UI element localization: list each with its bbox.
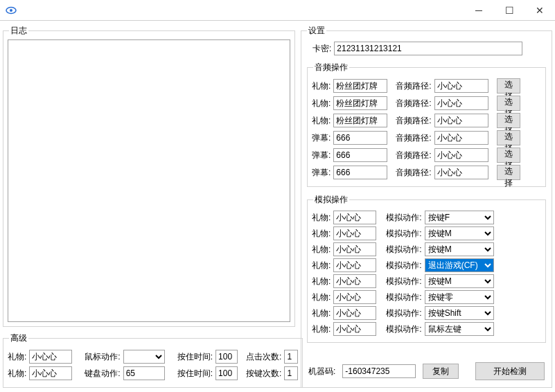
sim-row-label-1: 礼物: (312, 308, 331, 319)
audio-row-label-1: 礼物: (312, 80, 331, 92)
settings-legend: 设置 (307, 25, 326, 37)
sim-row-label-1: 礼物: (312, 244, 331, 256)
adv-clicks-input[interactable] (284, 350, 298, 364)
machine-label: 机器码: (308, 366, 335, 377)
sim-action-select[interactable]: 按键M (425, 274, 494, 288)
sim-group: 模拟操作 礼物:模拟动作:按键F礼物:模拟动作:按键M礼物:模拟动作:按键M礼物… (307, 194, 546, 343)
audio-row-input-2[interactable] (434, 148, 488, 162)
audio-row-label-2: 音频路径: (396, 80, 431, 92)
adv-mouse-label: 鼠标动作: (85, 351, 120, 363)
sim-action-select[interactable]: 退出游戏(CF) (425, 258, 494, 272)
audio-row: 弹幕:音频路径:选择 (312, 130, 541, 145)
audio-row-input-2[interactable] (434, 79, 488, 93)
sim-row: 礼物:模拟动作:按键Shift (312, 306, 541, 320)
log-textarea[interactable] (8, 39, 290, 322)
sim-row: 礼物:模拟动作:按键零 (312, 290, 541, 304)
adv-gift-label-1: 礼物: (8, 351, 26, 363)
audio-row-label-1: 弹幕: (312, 167, 331, 179)
audio-row-label-1: 礼物: (312, 98, 331, 109)
audio-row-label-2: 音频路径: (396, 150, 431, 161)
audio-row-label-1: 弹幕: (312, 132, 331, 144)
sim-row: 礼物:模拟动作:鼠标左键 (312, 322, 541, 336)
adv-clicks-label: 点击次数: (246, 351, 281, 363)
audio-row: 弹幕:音频路径:选择 (312, 148, 541, 163)
audio-row-label-1: 弹幕: (312, 150, 331, 161)
sim-row-label-2: 模拟动作: (386, 260, 421, 271)
log-group: 日志 (3, 25, 295, 327)
sim-row-label-2: 模拟动作: (386, 228, 421, 240)
sim-action-select[interactable]: 按键M (425, 226, 494, 240)
adv-hold-label-2: 按住时间: (177, 368, 213, 380)
app-icon (6, 5, 17, 16)
sim-row-label-2: 模拟动作: (386, 244, 421, 256)
sim-row-input[interactable] (333, 290, 376, 304)
adv-gift-input-2[interactable] (29, 366, 72, 380)
audio-row-input-1[interactable] (333, 166, 387, 179)
adv-gift-input-1[interactable] (29, 350, 72, 364)
sim-row-label-2: 模拟动作: (386, 292, 421, 303)
sim-action-select[interactable]: 按键F (425, 211, 494, 224)
audio-row-input-1[interactable] (333, 131, 387, 145)
minimize-button[interactable]: ─ (464, 0, 494, 21)
audio-row-input-1[interactable] (333, 148, 387, 162)
maximize-button[interactable]: ☐ (494, 0, 525, 21)
sim-row-label-1: 礼物: (312, 292, 331, 303)
audio-row-input-1[interactable] (333, 114, 387, 127)
audio-row-input-2[interactable] (434, 131, 488, 145)
main-area: 日志 高级 礼物: 鼠标动作: 按住时间: 点击次数: 礼物: (0, 21, 555, 392)
audio-row-input-2[interactable] (434, 96, 488, 110)
sim-action-select[interactable]: 按键M (425, 242, 494, 256)
audio-group: 音频操作 礼物:音频路径:选择礼物:音频路径:选择礼物:音频路径:选择弹幕:音频… (307, 62, 546, 187)
audio-row-label-2: 音频路径: (396, 132, 431, 144)
sim-row-input[interactable] (333, 211, 376, 224)
audio-row-label-2: 音频路径: (396, 98, 431, 109)
adv-key-input[interactable] (123, 366, 165, 380)
card-input[interactable] (334, 42, 522, 55)
audio-select-button[interactable]: 选择 (497, 78, 520, 93)
sim-action-select[interactable]: 按键Shift (425, 306, 494, 320)
sim-row-label-2: 模拟动作: (386, 308, 421, 319)
copy-button[interactable]: 复制 (423, 364, 459, 379)
sim-row-label-2: 模拟动作: (386, 212, 421, 224)
title-bar: ─ ☐ ✕ (0, 0, 555, 21)
sim-row-label-1: 礼物: (312, 276, 331, 287)
sim-row-input[interactable] (333, 242, 376, 256)
sim-row-label-1: 礼物: (312, 323, 331, 335)
audio-row-input-1[interactable] (333, 96, 387, 110)
audio-select-button[interactable]: 选择 (497, 148, 520, 163)
machine-input[interactable] (342, 364, 416, 378)
audio-row-input-1[interactable] (333, 79, 387, 93)
audio-row-input-2[interactable] (434, 166, 488, 179)
settings-group: 设置 卡密: 音频操作 礼物:音频路径:选择礼物:音频路径:选择礼物:音频路径:… (301, 25, 552, 388)
sim-row-label-1: 礼物: (312, 228, 331, 240)
close-button[interactable]: ✕ (525, 0, 555, 21)
adv-gift-label-2: 礼物: (8, 368, 26, 380)
audio-select-button[interactable]: 选择 (497, 96, 520, 111)
adv-press-input[interactable] (284, 366, 298, 380)
audio-select-button[interactable]: 选择 (497, 130, 520, 145)
sim-row-input[interactable] (333, 226, 376, 240)
audio-row: 礼物:音频路径:选择 (312, 113, 541, 128)
card-label: 卡密: (312, 43, 331, 55)
sim-action-select[interactable]: 按键零 (425, 290, 494, 304)
audio-row-label-2: 音频路径: (396, 167, 431, 179)
adv-mouse-select[interactable] (123, 350, 165, 364)
start-button[interactable]: 开始检测 (475, 362, 545, 380)
sim-action-select[interactable]: 鼠标左键 (425, 322, 494, 336)
audio-row-label-1: 礼物: (312, 115, 331, 127)
sim-row-input[interactable] (333, 274, 376, 288)
sim-row-label-2: 模拟动作: (386, 276, 421, 287)
sim-row: 礼物:模拟动作:按键M (312, 274, 541, 288)
sim-row-label-1: 礼物: (312, 260, 331, 271)
log-legend: 日志 (9, 25, 28, 37)
sim-row-input[interactable] (333, 322, 376, 336)
advanced-legend: 高级 (9, 332, 28, 344)
audio-select-button[interactable]: 选择 (497, 113, 520, 128)
sim-row-input[interactable] (333, 258, 376, 272)
sim-row-input[interactable] (333, 306, 376, 320)
svg-point-1 (10, 9, 12, 12)
adv-hold-input-1[interactable] (215, 350, 238, 364)
audio-select-button[interactable]: 选择 (497, 165, 520, 180)
adv-hold-input-2[interactable] (215, 366, 238, 380)
audio-row-input-2[interactable] (434, 114, 488, 127)
